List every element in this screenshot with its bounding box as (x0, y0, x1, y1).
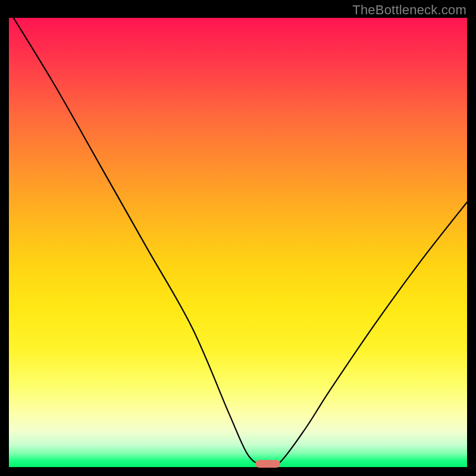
plot-area (9, 18, 467, 467)
optimal-range-marker (255, 460, 280, 468)
chart-frame: TheBottleneck.com (0, 0, 476, 476)
bottleneck-curve (9, 18, 467, 467)
watermark-text: TheBottleneck.com (352, 2, 466, 18)
